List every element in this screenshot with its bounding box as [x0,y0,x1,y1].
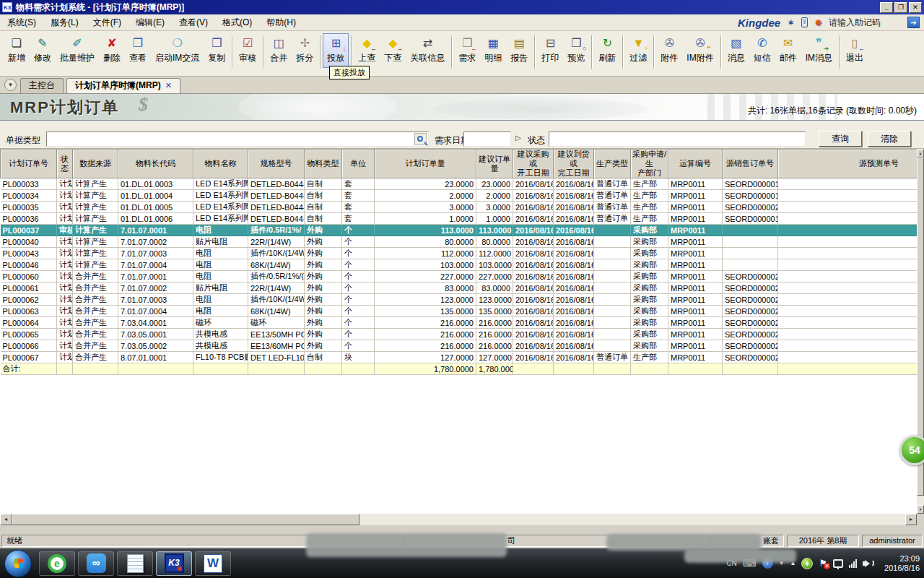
table-row[interactable]: PL000043计划计算产生7.01.07.0003电阻插件/10K/(1/4W… [1,248,918,259]
horizontal-scrollbar[interactable]: ◄ ► [0,514,917,525]
copy-button[interactable]: ❒复制 [204,33,230,68]
minimize-button[interactable]: _ [880,2,893,13]
mnemonic-go-button[interactable]: ➔ [907,17,920,28]
column-header[interactable]: 计划订单量 [375,150,476,178]
attachment-button[interactable]: ✇附件 [656,33,682,68]
tab-list-dropdown[interactable]: ▼ [4,79,17,91]
column-header[interactable]: 数据来源 [73,150,118,178]
scroll-up-icon[interactable]: ▲ [917,149,924,158]
demand-date-input[interactable] [463,131,511,147]
table-row[interactable]: PL000034计划计算产生01.DL.01.0004LED E14系列陶瓷DE… [1,190,918,202]
column-header[interactable]: 物料长代码 [118,150,193,178]
trace-up-button[interactable]: ◆←上查 [354,33,380,68]
expand-filter-button[interactable]: ▷ [515,134,526,145]
trace-down-button[interactable]: ◆→下查 [380,33,406,68]
taskbar-word[interactable]: W [195,551,231,576]
table-row[interactable]: PL000063计划合并产生7.01.07.0004电阻68K/(1/4W)外购… [1,306,918,317]
column-header[interactable]: 建议到货或 完工日期 [554,150,594,178]
column-header[interactable]: 物料名称 [193,150,248,178]
preview-button[interactable]: ❐○预览 [563,33,589,68]
table-row[interactable]: PL000035计划计算产生01.DL.01.0005LED E14系列陶瓷DE… [1,202,918,213]
report-button[interactable]: ▤报告 [506,33,532,68]
clear-button[interactable]: 清除 [868,131,911,147]
query-button[interactable]: 查询 [819,131,862,147]
filter-button[interactable]: ▼⚡过滤 [625,33,651,68]
audit-button[interactable]: ☑审核 [235,33,261,68]
doc-type-lookup-button[interactable] [414,133,427,145]
menu-item[interactable]: 服务(L) [43,14,86,32]
im-attachment-button[interactable]: ✇❝IM附件 [682,33,718,68]
tab-inactive[interactable]: 主控台 [20,78,64,93]
column-header[interactable]: 物料类型 [305,150,342,178]
table-row[interactable]: PL000067计划合并产生8.07.01.0001FL10-T8 PCB贴片D… [1,352,918,363]
360-shield-icon[interactable]: + [801,558,813,569]
mobile-phone-icon[interactable] [801,17,808,27]
column-header[interactable]: 规格型号 [248,150,305,178]
release-button[interactable]: ⊞↓投放 [323,33,349,68]
new-button[interactable]: ❏新增 [4,33,30,68]
column-header[interactable]: 源销售订单号 [723,150,778,178]
table-row[interactable]: PL000066计划合并产生7.03.05.0002共模电感EE13/60MH … [1,340,918,352]
volume-icon[interactable] [863,559,874,567]
split-button[interactable]: ✢拆分 [292,33,318,68]
accelerator-ball[interactable]: 54 [899,435,924,465]
scroll-down-icon[interactable]: ▼ [917,505,924,514]
table-row[interactable]: PL000064计划合并产生7.03.04.0001磁环磁环外购个216.000… [1,317,918,329]
table-row[interactable]: PL000060计划合并产生7.01.07.0001电阻插件/0.5R/1%/(… [1,271,918,282]
merge-button[interactable]: ◫合并 [266,33,292,68]
table-row[interactable]: PL000062计划合并产生7.01.07.0003电阻插件/10K/(1/4W… [1,294,918,306]
menu-item[interactable]: 帮助(H) [259,14,303,32]
column-header[interactable]: 单位 [342,150,375,178]
demand-button[interactable]: ❒←需求 [454,33,480,68]
related-info-button[interactable]: ⇄关联信息 [406,33,449,68]
edit-button[interactable]: ✎修改 [30,33,56,68]
column-header[interactable]: 计划订单号 [1,150,57,178]
column-header[interactable]: 状态 [57,150,73,178]
column-header[interactable]: 生产类型 [594,150,631,178]
delete-button[interactable]: ✘删除 [99,33,125,68]
network-icon[interactable] [833,559,843,568]
exit-button[interactable]: ▯←退出 [842,33,868,68]
taskbar-browser-360[interactable]: e [39,551,75,576]
menu-item[interactable]: 文件(F) [86,14,128,32]
table-row[interactable]: PL000036计划计算产生01.DL.01.0006LED E14系列陶瓷DE… [1,213,918,225]
mnemonic-input[interactable] [829,17,901,29]
pinwheel-icon[interactable]: ✸ [814,17,822,28]
batch-maintain-button[interactable]: ✐批量维护 [56,33,99,68]
email-button[interactable]: ✉邮件 [775,33,801,68]
scroll-left-icon[interactable]: ◄ [0,514,12,525]
close-button[interactable]: ✕ [909,2,922,13]
tab-close-icon[interactable]: ✕ [165,81,172,90]
view-button[interactable]: ❐查看 [125,33,151,68]
taskbar-kingdee-k3[interactable]: K3 [156,551,192,576]
tab-active[interactable]: 计划订单序时簿(MRP)✕ [66,78,180,93]
taskbar-netdisk[interactable]: ∞ [78,551,114,576]
table-row[interactable]: PL000061计划合并产生7.01.07.0002贴片电阻22R/(1/4W)… [1,282,918,294]
menu-item[interactable]: 系统(S) [0,14,43,32]
horizontal-scroll-thumb[interactable] [12,514,359,525]
status-input[interactable] [549,131,806,147]
message-button[interactable]: ▧消息 [723,33,749,68]
menu-item[interactable]: 格式(O) [215,14,259,32]
detail-button[interactable]: ▦明细 [480,33,506,68]
print-button[interactable]: ⊟打印 [537,33,563,68]
table-row[interactable]: PL000033计划计算产生01.DL.01.0003LED E14系列陶瓷DE… [1,178,918,190]
doc-type-input[interactable] [46,131,429,147]
sms-button[interactable]: ✆短信 [749,33,775,68]
column-header[interactable]: 建议采购或 开工日期 [513,150,554,178]
column-header[interactable]: 采购申请/生 产部门 [631,150,668,178]
menu-item[interactable]: 查看(V) [172,14,215,32]
signal-strength-icon[interactable] [849,559,857,568]
menu-item[interactable]: 编辑(E) [128,14,172,32]
clock[interactable]: 23:09 2016/8/16 [884,554,920,573]
start-button[interactable] [4,550,32,577]
column-header[interactable]: 建议订单量 [476,150,513,178]
table-row[interactable]: PL000046计划计算产生7.01.07.0004电阻68K/(1/4W)外购… [1,259,918,271]
im-message-button[interactable]: ❞➜IM消息 [801,33,837,68]
refresh-button[interactable]: ↻刷新 [594,33,620,68]
taskbar-notepad[interactable] [117,551,153,576]
table-row[interactable]: PL000037审核计算产生7.01.07.0001电阻插件/0.5R/1%/外… [1,225,918,236]
start-im-button[interactable]: ❍启动IM交流 [151,33,204,68]
action-center-flag-icon[interactable]: ⚑ [819,558,827,569]
table-row[interactable]: PL000040计划计算产生7.01.07.0002贴片电阻22R/(1/4W)… [1,236,918,248]
